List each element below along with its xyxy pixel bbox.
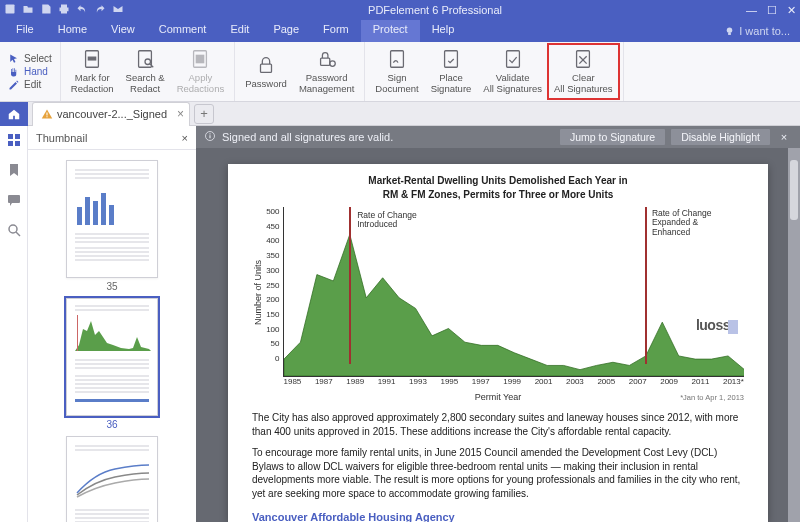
close-panel-icon[interactable]: × (182, 132, 188, 144)
vertical-scrollbar[interactable] (788, 148, 800, 522)
tab-view[interactable]: View (99, 20, 147, 42)
tabstrip: vancouver-2..._Signed × + (0, 102, 800, 126)
mark-redaction-button[interactable]: Mark for Redaction (65, 44, 120, 99)
edit-mini[interactable]: Edit (8, 79, 52, 91)
annotation-tab-icon[interactable] (6, 192, 22, 208)
new-tab-button[interactable]: + (194, 104, 214, 124)
jump-to-signature-button[interactable]: Jump to Signature (560, 129, 665, 145)
maximize-button[interactable]: ☐ (767, 4, 777, 17)
svg-point-1 (727, 27, 733, 33)
workarea: Thumbnail × 35 (0, 126, 800, 522)
tell-me-label: I want to... (739, 25, 790, 37)
hand-icon (8, 66, 20, 78)
lock-gear-icon (316, 48, 338, 70)
search-tab-icon[interactable] (6, 222, 22, 238)
thumb-36[interactable]: 36 (66, 298, 158, 430)
bookmark-tab-icon[interactable] (6, 162, 22, 178)
scrollbar-thumb[interactable] (790, 160, 798, 220)
tab-form[interactable]: Form (311, 20, 361, 42)
thumbnail-tab-icon[interactable] (6, 132, 22, 148)
svg-line-27 (16, 232, 20, 236)
place-signature-button[interactable]: Place Signature (425, 44, 478, 99)
titlebar: PDFelement 6 Professional — ☐ ✕ (0, 0, 800, 20)
chart: Number of Units 500450400350300250200150… (252, 207, 744, 377)
validate-signatures-button[interactable]: Validate All Signatures (477, 44, 548, 99)
svg-rect-28 (77, 207, 82, 225)
tab-home[interactable]: Home (46, 20, 99, 42)
sign-document-button[interactable]: Sign Document (369, 44, 424, 99)
apply-redactions-button[interactable]: Apply Redactions (171, 44, 231, 99)
body-paragraph: The City has also approved approximately… (252, 411, 744, 438)
thumbnail-title: Thumbnail (36, 132, 87, 144)
tab-protect[interactable]: Protect (361, 20, 420, 42)
tab-page[interactable]: Page (261, 20, 311, 42)
document-canvas: Signed and all signatures are valid. Jum… (196, 126, 800, 522)
pencil-icon (8, 79, 20, 91)
save-icon[interactable] (40, 3, 52, 17)
select-panel: Select Hand Edit (0, 42, 61, 101)
tab-edit[interactable]: Edit (218, 20, 261, 42)
password-management-button[interactable]: Password Management (293, 44, 360, 99)
svg-rect-15 (506, 51, 519, 68)
app-icon (4, 3, 16, 17)
document-tab-label: vancouver-2..._Signed (57, 108, 167, 120)
thumb-label: 35 (66, 281, 158, 292)
svg-rect-14 (445, 51, 458, 68)
document-tab[interactable]: vancouver-2..._Signed × (32, 102, 190, 126)
svg-rect-0 (6, 5, 15, 14)
warning-icon (41, 108, 53, 120)
home-button[interactable] (0, 102, 28, 126)
cursor-icon (8, 53, 20, 65)
chart-xaxis: 1985198719891991199319951997199920012003… (284, 377, 745, 388)
svg-rect-9 (197, 55, 204, 62)
quick-access-toolbar (4, 3, 124, 17)
clear-signatures-button[interactable]: Clear All Signatures (548, 44, 619, 99)
svg-rect-16 (577, 51, 590, 68)
search-redact-button[interactable]: Search & Redact (120, 44, 171, 99)
svg-rect-21 (8, 134, 13, 139)
annotation-1: Rate of ChangeIntroduced (357, 211, 417, 230)
chart-plot: Rate of ChangeIntroduced Rate of ChangeE… (283, 207, 745, 377)
validate-sig-icon (502, 48, 524, 70)
minimize-button[interactable]: — (746, 4, 757, 17)
disable-highlight-button[interactable]: Disable Highlight (671, 129, 770, 145)
thumb-35[interactable]: 35 (66, 160, 158, 292)
svg-point-12 (329, 61, 335, 67)
close-tab-icon[interactable]: × (177, 108, 184, 120)
hand-tool[interactable]: Hand (8, 66, 52, 78)
email-icon[interactable] (112, 3, 124, 17)
svg-rect-34 (209, 135, 210, 138)
print-icon[interactable] (58, 3, 70, 17)
svg-rect-2 (728, 32, 731, 34)
window-title: PDFelement 6 Professional (124, 4, 746, 16)
svg-rect-29 (85, 197, 90, 225)
tell-me[interactable]: I want to... (724, 20, 796, 42)
thumb-label: 36 (66, 419, 158, 430)
select-tool[interactable]: Select (8, 53, 52, 65)
marker-1989 (349, 207, 351, 364)
tab-help[interactable]: Help (420, 20, 467, 42)
password-button[interactable]: Password (239, 50, 293, 94)
tab-file[interactable]: File (4, 20, 46, 42)
thumbnail-header: Thumbnail × (28, 126, 196, 150)
thumbnail-pane: Thumbnail × 35 (28, 126, 196, 522)
close-sigbar-icon[interactable]: × (776, 131, 792, 143)
home-icon (7, 107, 21, 121)
svg-rect-32 (109, 205, 114, 225)
signature-status: Signed and all signatures are valid. (222, 131, 393, 143)
ribbon: Select Hand Edit Mark for Redaction Sear… (0, 42, 800, 102)
thumbnail-list[interactable]: 35 36 (28, 150, 196, 522)
open-icon[interactable] (22, 3, 34, 17)
chart-yaxis: 500450400350300250200150100500 (264, 207, 282, 377)
thumb-37[interactable]: 37 (66, 436, 158, 522)
svg-rect-19 (46, 113, 47, 116)
undo-icon[interactable] (76, 3, 88, 17)
chart-ylabel: Number of Units (252, 207, 264, 377)
document-host[interactable]: Market-Rental Dwelling Units Demolished … (196, 148, 800, 522)
sign-doc-icon (386, 48, 408, 70)
annotation-2: Rate of ChangeExpanded &Enhanced (652, 209, 712, 237)
close-button[interactable]: ✕ (787, 4, 796, 17)
tab-comment[interactable]: Comment (147, 20, 219, 42)
svg-rect-22 (15, 134, 20, 139)
redo-icon[interactable] (94, 3, 106, 17)
